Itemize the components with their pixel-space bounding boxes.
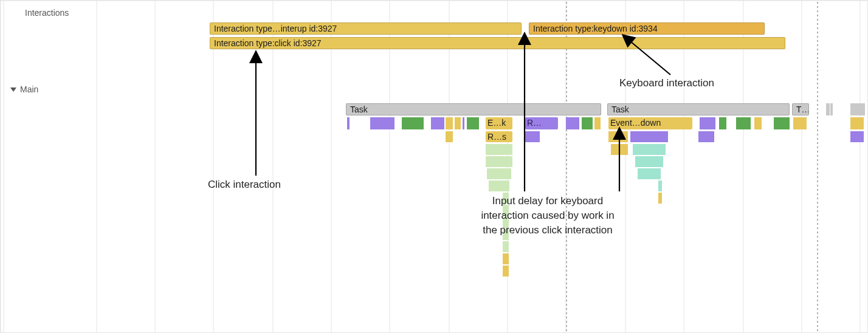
flame-block[interactable] <box>525 131 540 142</box>
flame-block[interactable] <box>503 266 509 276</box>
task-sliver-2[interactable] <box>830 103 833 115</box>
flame-block[interactable] <box>503 241 509 252</box>
flame-block[interactable] <box>658 193 662 204</box>
flame-block[interactable] <box>630 131 668 142</box>
flame-block[interactable] <box>793 117 807 129</box>
flame-block[interactable] <box>633 144 666 155</box>
interactions-track-label: Interactions <box>25 8 69 18</box>
flame-block[interactable] <box>658 180 662 191</box>
event-eventdown[interactable]: Event…down <box>608 117 692 129</box>
main-label-text: Main <box>20 84 38 94</box>
event-ek[interactable]: E…k <box>486 117 512 129</box>
flame-block[interactable] <box>582 117 593 129</box>
flame-block[interactable] <box>594 117 601 129</box>
annotation-keyboard-label: Keyboard interaction <box>619 77 714 89</box>
annotation-click-label: Click interaction <box>208 179 281 191</box>
annotation-inputdelay-line2: interaction caused by work in <box>463 210 633 222</box>
task-bar-2[interactable]: Task <box>607 103 790 115</box>
flame-block[interactable] <box>736 117 751 129</box>
flame-block[interactable] <box>698 131 714 142</box>
flame-block[interactable] <box>486 156 512 167</box>
annotation-inputdelay-line3: the previous click interaction <box>463 224 633 236</box>
interaction-bar-click[interactable]: Interaction type:click id:3927 <box>210 37 785 49</box>
flame-block[interactable] <box>850 117 864 129</box>
flame-block[interactable] <box>455 117 461 129</box>
annotation-arrows <box>1 1 868 333</box>
flame-block[interactable] <box>754 117 762 129</box>
annotation-inputdelay-line1: Input delay for keyboard <box>463 195 633 207</box>
task-bar-3[interactable]: T… <box>792 103 809 115</box>
flame-block[interactable] <box>347 117 350 129</box>
flame-block[interactable] <box>850 131 864 142</box>
flame-block[interactable] <box>431 117 444 129</box>
flame-block[interactable] <box>463 117 464 129</box>
flame-block[interactable] <box>370 117 394 129</box>
flame-block[interactable] <box>402 117 424 129</box>
event-rs[interactable]: R…s <box>486 131 512 142</box>
expand-toggle-icon[interactable] <box>10 88 16 92</box>
flame-block[interactable] <box>487 168 511 179</box>
flame-block[interactable] <box>608 131 628 142</box>
main-track-label[interactable]: Main <box>10 84 38 94</box>
flame-block[interactable] <box>611 144 628 155</box>
flame-block[interactable] <box>635 156 663 167</box>
flame-block[interactable] <box>503 253 509 264</box>
task-sliver-1[interactable] <box>826 103 830 115</box>
flame-block[interactable] <box>638 168 661 179</box>
flame-block[interactable] <box>700 117 715 129</box>
flame-block[interactable] <box>467 117 479 129</box>
flame-block[interactable] <box>486 144 512 155</box>
interaction-bar-pointerup[interactable]: Interaction type…interup id:3927 <box>210 22 522 35</box>
event-r[interactable]: R… <box>525 117 558 129</box>
flame-block[interactable] <box>566 117 579 129</box>
timeline-gridlines <box>1 1 868 333</box>
flame-block[interactable] <box>446 117 453 129</box>
flame-block[interactable] <box>719 117 726 129</box>
flame-block[interactable] <box>446 131 453 142</box>
task-sliver-3[interactable] <box>850 103 865 115</box>
interaction-bar-keydown[interactable]: Interaction type:keydown id:3934 <box>529 22 765 35</box>
flame-block[interactable] <box>774 117 790 129</box>
task-bar-1[interactable]: Task <box>346 103 601 115</box>
flame-block[interactable] <box>489 180 509 191</box>
